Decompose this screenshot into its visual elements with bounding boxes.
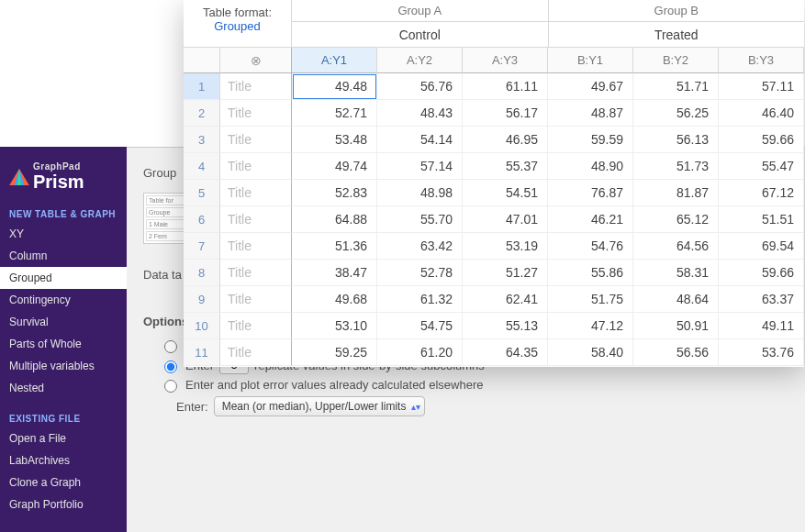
data-cell[interactable]: 49.68 [292,286,377,313]
radio-error-values[interactable] [164,380,177,393]
data-cell[interactable]: 49.11 [719,313,804,339]
data-cell[interactable]: 50.91 [633,313,719,339]
clear-icon[interactable]: ⊗ [251,53,262,68]
data-cell[interactable]: 47.12 [548,313,633,339]
data-cell[interactable]: 53.10 [292,313,377,339]
row-title[interactable]: Title [220,233,292,260]
data-cell[interactable]: 55.13 [463,313,548,339]
data-cell[interactable]: 63.37 [719,286,804,313]
data-cell[interactable]: 64.88 [292,206,377,233]
data-cell[interactable]: 57.14 [377,153,463,180]
data-cell[interactable]: 53.48 [292,127,377,153]
row-title[interactable]: Title [220,206,292,233]
data-cell[interactable]: 51.71 [633,73,719,100]
option-error-values[interactable]: Enter and plot error values already calc… [160,377,788,393]
data-cell[interactable]: 54.75 [377,313,463,339]
data-cell[interactable]: 49.74 [292,153,377,180]
row-number[interactable]: 3 [184,127,220,153]
subcol-header[interactable]: B:Y1 [548,48,633,73]
data-cell[interactable]: 56.17 [463,100,548,127]
data-cell[interactable]: 59.59 [548,127,633,153]
sidebar-item-parts-of-whole[interactable]: Parts of Whole [0,333,127,355]
row-number[interactable]: 7 [184,233,220,260]
data-cell[interactable]: 46.40 [719,100,804,127]
data-cell[interactable]: 54.51 [463,180,548,206]
sidebar-item-column[interactable]: Column [0,245,127,267]
data-cell[interactable]: 52.78 [377,260,463,286]
data-cell[interactable]: 61.32 [377,286,463,313]
row-title[interactable]: Title [220,313,292,339]
data-cell[interactable]: 48.98 [377,180,463,206]
data-cell[interactable]: 59.25 [292,339,377,366]
row-number[interactable]: 10 [184,313,220,339]
data-cell[interactable]: 61.11 [463,73,548,100]
subcol-header[interactable]: B:Y2 [633,48,719,73]
data-cell[interactable]: 48.64 [633,286,719,313]
data-cell[interactable]: 48.43 [377,100,463,127]
data-cell[interactable]: 38.47 [292,260,377,286]
row-title[interactable]: Title [220,286,292,313]
row-number[interactable]: 2 [184,100,220,127]
row-number[interactable]: 8 [184,260,220,286]
sidebar-item-survival[interactable]: Survival [0,311,127,333]
sidebar-item-labarchives[interactable]: LabArchives [0,449,127,471]
row-title[interactable]: Title [220,153,292,180]
data-cell[interactable]: 56.56 [633,339,719,366]
row-title[interactable]: Title [220,100,292,127]
data-cell[interactable]: 61.20 [377,339,463,366]
subcol-header[interactable]: A:Y1 [292,48,377,73]
data-cell[interactable]: 62.41 [463,286,548,313]
radio-replicates[interactable] [164,360,177,373]
sidebar-item-graph-portfolio[interactable]: Graph Portfolio [0,493,127,515]
group-b-header[interactable]: Group B [549,0,805,22]
row-title[interactable]: Title [220,73,292,100]
group-a-name[interactable]: Control [292,22,549,48]
error-format-combo[interactable]: Mean (or median), Upper/Lower limits ▴▾ [214,396,426,416]
subcol-header[interactable]: A:Y2 [377,48,463,73]
subcol-header[interactable]: A:Y3 [463,48,548,73]
data-cell[interactable]: 49.67 [548,73,633,100]
data-cell[interactable]: 59.66 [719,127,804,153]
data-cell[interactable]: 55.47 [719,153,804,180]
data-cell[interactable]: 64.56 [633,233,719,260]
data-cell[interactable]: 46.95 [463,127,548,153]
row-number[interactable]: 6 [184,206,220,233]
row-number[interactable]: 4 [184,153,220,180]
data-cell[interactable]: 55.86 [548,260,633,286]
data-cell[interactable]: 54.76 [548,233,633,260]
data-cell[interactable]: 46.21 [548,206,633,233]
data-cell[interactable]: 76.87 [548,180,633,206]
data-cell[interactable]: 58.40 [548,339,633,366]
subcol-header[interactable]: B:Y3 [719,48,804,73]
data-cell[interactable]: 55.70 [377,206,463,233]
data-cell[interactable]: 56.76 [377,73,463,100]
data-cell[interactable]: 81.87 [633,180,719,206]
data-cell[interactable]: 49.48 [292,73,377,100]
data-cell[interactable]: 51.51 [719,206,804,233]
data-cell[interactable]: 63.42 [377,233,463,260]
data-cell[interactable]: 55.37 [463,153,548,180]
group-a-header[interactable]: Group A [292,0,549,22]
sidebar-item-nested[interactable]: Nested [0,377,127,399]
row-number[interactable]: 11 [184,339,220,366]
data-cell[interactable]: 51.73 [633,153,719,180]
sidebar-item-contingency[interactable]: Contingency [0,289,127,311]
sidebar-item-open-a-file[interactable]: Open a File [0,427,127,449]
data-cell[interactable]: 51.27 [463,260,548,286]
data-cell[interactable]: 57.11 [719,73,804,100]
data-cell[interactable]: 47.01 [463,206,548,233]
row-title[interactable]: Title [220,339,292,366]
sidebar-item-multiple-variables[interactable]: Multiple variables [0,355,127,377]
sidebar-item-grouped[interactable]: Grouped [0,267,127,289]
data-cell[interactable]: 64.35 [463,339,548,366]
radio-single-y[interactable] [164,340,177,353]
row-number[interactable]: 1 [184,73,220,100]
data-cell[interactable]: 53.19 [463,233,548,260]
data-cell[interactable]: 51.75 [548,286,633,313]
data-cell[interactable]: 59.66 [719,260,804,286]
data-cell[interactable]: 67.12 [719,180,804,206]
row-number[interactable]: 5 [184,180,220,206]
data-cell[interactable]: 52.71 [292,100,377,127]
data-cell[interactable]: 54.14 [377,127,463,153]
group-b-name[interactable]: Treated [549,22,805,48]
